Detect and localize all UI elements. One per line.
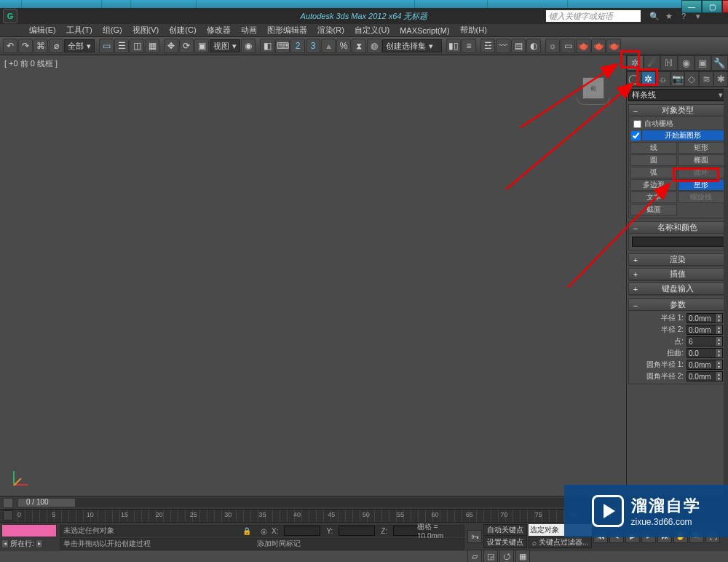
mirror-icon[interactable]: ▮▯ <box>446 39 461 53</box>
scale-icon[interactable]: ▣ <box>194 39 209 53</box>
script-listener[interactable] <box>1 524 57 537</box>
schematic-icon[interactable]: ▤ <box>511 39 526 53</box>
trackbar-menu-icon[interactable] <box>3 510 13 521</box>
menu-R[interactable]: 渲染(R) <box>313 25 349 36</box>
select-region-icon[interactable]: ◫ <box>130 39 144 53</box>
subtab-geometry[interactable]: ◯ <box>627 71 641 87</box>
material-icon[interactable]: ◐ <box>526 39 541 53</box>
menu-V[interactable]: 视图(V) <box>128 25 164 36</box>
redo-icon[interactable]: ↷ <box>18 39 33 53</box>
create-btn-线[interactable]: 线 <box>630 142 677 154</box>
tab-motion[interactable]: ◉ <box>678 55 695 71</box>
select-name-icon[interactable]: ☰ <box>114 39 129 53</box>
auto-key-button[interactable]: 自动关键点 <box>483 524 527 536</box>
create-btn-星形[interactable]: 星形 <box>678 179 724 191</box>
max-toggle-icon[interactable]: ▦ <box>515 550 530 562</box>
subtab-lights[interactable]: ☼ <box>656 71 670 87</box>
rollout-键盘输入[interactable]: +键盘输入 <box>628 282 727 296</box>
viewport[interactable]: [ +0 前 0 线框 ] 前 <box>0 55 626 496</box>
param-点:[interactable]: 6▴▾ <box>687 336 723 347</box>
spinner-snap-icon[interactable]: ⧗ <box>352 39 366 53</box>
key-filters-button[interactable]: ⌕ 关键点过滤器... <box>529 537 592 548</box>
tab-create[interactable]: ✲ <box>627 55 644 71</box>
create-btn-截面[interactable]: 截面 <box>630 204 677 215</box>
star-icon[interactable]: ★ <box>664 12 674 21</box>
create-category-dropdown[interactable]: 样条线▾ <box>628 89 727 101</box>
menu-[interactable]: 图形编辑器 <box>263 25 312 36</box>
move-icon[interactable]: ✥ <box>164 39 178 53</box>
viewcube[interactable]: 前 <box>582 77 604 99</box>
create-btn-圆[interactable]: 圆 <box>630 154 677 166</box>
menu-H[interactable]: 帮助(H) <box>456 25 491 36</box>
edged-icon[interactable]: ◍ <box>367 39 381 53</box>
menu-C[interactable]: 创建(C) <box>165 25 200 36</box>
render-last-icon[interactable]: 🫖 <box>606 39 621 53</box>
undo-icon[interactable]: ↶ <box>3 39 17 53</box>
menu-G[interactable]: 组(G) <box>98 25 127 36</box>
param-半径 2:[interactable]: 0.0mm▴▾ <box>687 325 723 335</box>
menu-[interactable]: 修改器 <box>202 25 235 36</box>
menu-U[interactable]: 自定义(U) <box>350 25 394 36</box>
fov-icon[interactable]: ▱ <box>467 550 482 562</box>
rollout-渲染[interactable]: +渲染 <box>628 253 727 266</box>
param-圆角半径 1:[interactable]: 0.0mm▴▾ <box>687 360 723 370</box>
next-icon[interactable]: ▸ <box>36 539 43 548</box>
rollout-插值[interactable]: +插值 <box>628 268 727 281</box>
link-icon[interactable]: ⌘ <box>33 39 48 53</box>
snap-2d-icon[interactable]: 2 <box>290 39 305 53</box>
object-name-input[interactable] <box>632 237 728 247</box>
orbit-icon[interactable]: ⭯ <box>499 550 514 562</box>
lock-icon[interactable]: 🔒 <box>242 527 251 535</box>
create-btn-螺旋线[interactable]: 螺旋线 <box>678 191 724 203</box>
angle-snap-icon[interactable]: ⟁ <box>321 39 336 53</box>
param-半径 1:[interactable]: 0.0mm▴▾ <box>687 313 723 323</box>
subtab-spacewarps[interactable]: ≋ <box>699 71 713 87</box>
ref-coord-dropdown[interactable]: 视图▾ <box>210 39 240 52</box>
auto-grid-checkbox[interactable] <box>633 120 641 128</box>
start-new-shape-button[interactable]: 开始新图形 <box>641 130 724 141</box>
named-selection-dropdown[interactable]: 创建选择集▾ <box>382 39 442 52</box>
align-icon[interactable]: ≡ <box>462 39 476 53</box>
subtab-cameras[interactable]: 📷 <box>670 71 685 87</box>
manip-icon[interactable]: ◧ <box>260 39 274 53</box>
viewcube-compass[interactable] <box>577 98 610 105</box>
subtab-helpers[interactable]: ◇ <box>684 71 699 87</box>
render-iter-icon[interactable]: 🫖 <box>591 39 606 53</box>
coord-y-input[interactable] <box>339 526 375 536</box>
selection-filter-dropdown[interactable]: 全部▾ <box>64 39 95 52</box>
tab-display[interactable]: ▣ <box>695 55 711 71</box>
prev-icon[interactable]: ◂ <box>1 539 9 548</box>
percent-snap-icon[interactable]: % <box>336 39 351 53</box>
zoom-ext-icon[interactable]: ◲ <box>483 550 498 562</box>
create-btn-圆环[interactable]: 圆环 <box>678 167 724 178</box>
menu-T[interactable]: 工具(T) <box>62 25 97 36</box>
keyboard-icon[interactable]: ⌨ <box>275 39 290 53</box>
param-扭曲:[interactable]: 0.0▴▾ <box>687 348 723 358</box>
time-config-icon[interactable] <box>3 498 13 508</box>
layers-icon[interactable]: ☲ <box>480 39 495 53</box>
select-icon[interactable]: ▭ <box>99 39 114 53</box>
render-prod-icon[interactable]: 🫖 <box>576 39 590 53</box>
create-btn-椭圆[interactable]: 椭圆 <box>678 154 724 166</box>
window-crossing-icon[interactable]: ▦ <box>145 39 159 53</box>
isolate-icon[interactable]: ◎ <box>261 527 267 535</box>
panel-scrollbar[interactable] <box>724 89 728 496</box>
viewport-label[interactable]: [ +0 前 0 线框 ] <box>4 58 58 69</box>
rendered-frame-icon[interactable]: ▭ <box>561 39 575 53</box>
help-search-input[interactable]: 键入关键字或短语 <box>546 10 641 22</box>
unlink-icon[interactable]: ⌀ <box>49 39 63 53</box>
close-button[interactable]: ✕ <box>722 0 728 13</box>
create-btn-多边形[interactable]: 多边形 <box>630 179 677 191</box>
create-btn-弧[interactable]: 弧 <box>630 167 677 178</box>
maximize-button[interactable]: ▢ <box>702 0 722 13</box>
param-圆角半径 2:[interactable]: 0.0mm▴▾ <box>687 371 723 381</box>
pivot-icon[interactable]: ◉ <box>241 39 256 53</box>
tab-utilities[interactable]: 🔧 <box>711 55 728 71</box>
create-btn-矩形[interactable]: 矩形 <box>678 142 724 154</box>
minimize-button[interactable]: — <box>681 0 702 13</box>
menu-MAXScriptM[interactable]: MAXScript(M) <box>395 26 454 35</box>
set-key-button[interactable]: 设置关键点 <box>483 537 527 548</box>
tab-hierarchy[interactable]: ℍ <box>660 55 677 71</box>
menu-[interactable]: 动画 <box>237 25 261 36</box>
coord-x-input[interactable] <box>284 526 320 536</box>
